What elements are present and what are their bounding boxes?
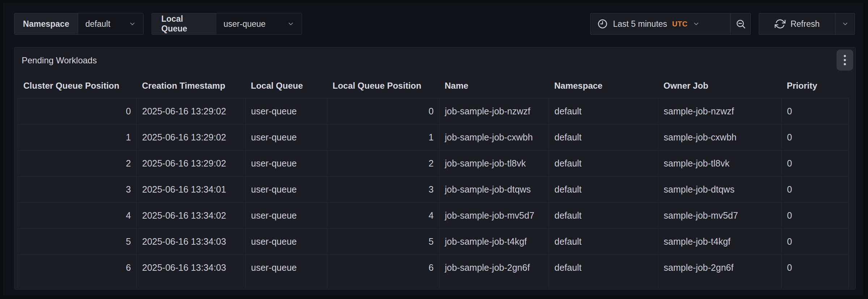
table-cell: sample-job-nzwzf [658, 98, 782, 124]
table-cell: user-queue [246, 176, 327, 202]
toolbar-right-group: Last 5 minutes UTC [590, 13, 855, 35]
variable-local-queue-label: Local Queue [152, 13, 216, 34]
table-cell: 2025-06-16 13:34:01 [137, 176, 246, 202]
table-row: 42025-06-16 13:34:02user-queue4job-sampl… [18, 202, 849, 228]
column-header-cluster-queue-position[interactable]: Cluster Queue Position [18, 73, 137, 98]
table-row: 02025-06-16 13:29:02user-queue0job-sampl… [18, 98, 849, 124]
table-cell: default [549, 150, 658, 176]
table-cell: 4 [327, 202, 439, 228]
variable-local-queue-select[interactable]: user-queue [216, 13, 302, 34]
table-cell: default [549, 228, 658, 254]
table-cell: 2 [18, 150, 137, 176]
time-controls-group: Last 5 minutes UTC [590, 13, 751, 35]
table-cell: sample-job-t4kgf [658, 228, 782, 254]
table-cell: 4 [18, 202, 137, 228]
variable-namespace-select[interactable]: default [78, 13, 143, 34]
table-spacer-cell [137, 281, 246, 289]
grafana-dashboard: Namespace default Local Queue user-queue [4, 3, 863, 295]
table-cell: 2 [327, 150, 439, 176]
table-cell: 2025-06-16 13:29:02 [137, 150, 246, 176]
table-spacer-cell [782, 281, 849, 289]
chevron-down-icon [842, 20, 849, 28]
variable-namespace-label: Namespace [14, 13, 78, 34]
table-cell: 3 [18, 176, 137, 202]
column-header-local-queue[interactable]: Local Queue [246, 73, 327, 98]
table-spacer-cell [439, 281, 549, 289]
table-cell: user-queue [246, 202, 327, 228]
column-header-priority[interactable]: Priority [782, 73, 849, 98]
table-cell: 2025-06-16 13:29:02 [137, 98, 246, 124]
kebab-menu-icon [841, 54, 849, 66]
refresh-controls-group: Refresh [759, 13, 855, 35]
table-row: 22025-06-16 13:29:02user-queue2job-sampl… [18, 150, 849, 176]
table-cell: 5 [18, 228, 137, 254]
variable-local-queue: Local Queue user-queue [152, 13, 302, 35]
zoom-out-icon [735, 18, 746, 29]
chevron-down-icon [287, 20, 294, 28]
table-spacer-cell [18, 281, 137, 289]
table-cell: job-sample-job-mv5d7 [439, 202, 549, 228]
table-cell: default [549, 124, 658, 150]
panel-title[interactable]: Pending Workloads [22, 55, 97, 66]
column-header-local-queue-position[interactable]: Local Queue Position [327, 73, 439, 98]
pending-workloads-table-wrap: Cluster Queue PositionCreation Timestamp… [18, 73, 849, 289]
table-cell: default [549, 202, 658, 228]
variable-namespace: Namespace default [14, 13, 144, 35]
table-cell: user-queue [246, 150, 327, 176]
column-header-namespace[interactable]: Namespace [549, 73, 658, 98]
table-row: 32025-06-16 13:34:01user-queue3job-sampl… [18, 176, 849, 202]
table-cell: 0 [327, 98, 439, 124]
table-header-row: Cluster Queue PositionCreation Timestamp… [18, 73, 849, 98]
table-spacer-cell [327, 281, 439, 289]
table-cell: 0 [782, 124, 849, 150]
chevron-down-icon [693, 20, 700, 28]
table-cell: default [549, 176, 658, 202]
table-cell: 6 [18, 254, 137, 281]
table-cell: 2025-06-16 13:34:03 [137, 228, 246, 254]
panel-menu-button[interactable] [837, 50, 853, 71]
table-spacer-cell [658, 281, 782, 289]
chevron-down-icon [129, 20, 136, 28]
pending-workloads-panel: Pending Workloads Cluster Queue Position… [14, 47, 856, 290]
table-cell: 2025-06-16 13:34:02 [137, 202, 246, 228]
refresh-button[interactable]: Refresh [759, 13, 835, 34]
table-cell: 0 [782, 202, 849, 228]
refresh-interval-dropdown[interactable] [835, 13, 855, 34]
refresh-label: Refresh [791, 19, 820, 29]
table-cell: 0 [782, 228, 849, 254]
table-cell: sample-job-mv5d7 [658, 202, 782, 228]
variable-namespace-value: default [85, 19, 110, 29]
time-range-label: Last 5 minutes [613, 19, 667, 29]
table-spacer-row [18, 281, 849, 289]
table-cell: job-sample-job-2gn6f [439, 254, 549, 281]
table-cell: 6 [327, 254, 439, 281]
column-header-creation-timestamp[interactable]: Creation Timestamp [137, 73, 246, 98]
table-cell: 1 [18, 124, 137, 150]
table-spacer-cell [549, 281, 658, 289]
table-cell: 2025-06-16 13:29:02 [137, 124, 246, 150]
table-cell: job-sample-job-nzwzf [439, 98, 549, 124]
table-cell: sample-job-dtqws [658, 176, 782, 202]
table-row: 62025-06-16 13:34:03user-queue6job-sampl… [18, 254, 849, 281]
refresh-sync-icon [775, 18, 786, 29]
time-zoom-out-button[interactable] [730, 13, 750, 34]
table-cell: default [549, 254, 658, 281]
table-cell: job-sample-job-dtqws [439, 176, 549, 202]
table-cell: job-sample-job-cxwbh [439, 124, 549, 150]
table-cell: sample-job-tl8vk [658, 150, 782, 176]
table-cell: 2025-06-16 13:34:03 [137, 254, 246, 281]
table-cell: user-queue [246, 98, 327, 124]
table-cell: job-sample-job-tl8vk [439, 150, 549, 176]
dashboard-toolbar: Namespace default Local Queue user-queue [14, 13, 855, 35]
table-cell: 5 [327, 228, 439, 254]
table-cell: 3 [327, 176, 439, 202]
time-picker-button[interactable]: Last 5 minutes UTC [591, 13, 730, 34]
table-row: 52025-06-16 13:34:03user-queue5job-sampl… [18, 228, 849, 254]
table-cell: 0 [782, 150, 849, 176]
panel-header: Pending Workloads [14, 47, 855, 73]
table-cell: 0 [782, 176, 849, 202]
variable-local-queue-value: user-queue [224, 19, 265, 29]
column-header-owner-job[interactable]: Owner Job [658, 73, 782, 98]
table-cell: 0 [18, 98, 137, 124]
column-header-name[interactable]: Name [439, 73, 549, 98]
